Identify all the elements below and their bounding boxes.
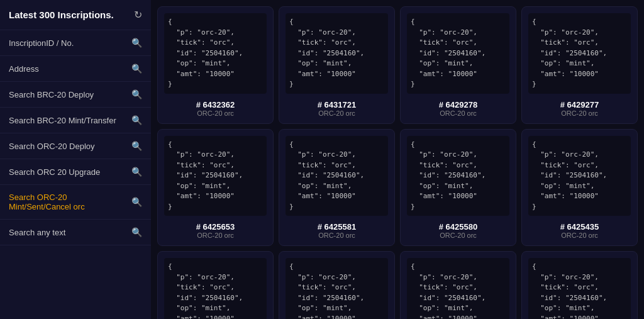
card[interactable]: { "p": "orc-20", "tick": "orc", "id": "2… xyxy=(157,129,274,247)
card-inscription-id: # 6429278 xyxy=(407,100,509,109)
card[interactable]: { "p": "orc-20", "tick": "orc", "id": "2… xyxy=(400,6,516,124)
card-code: { "p": "orc-20", "tick": "orc", "id": "2… xyxy=(286,258,388,319)
search-icon: 🔍 xyxy=(131,64,142,74)
card[interactable]: { "p": "orc-20", "tick": "orc", "id": "2… xyxy=(157,6,274,124)
sidebar-item-label: Address xyxy=(9,64,39,74)
card-type: ORC-20 orc xyxy=(528,232,631,239)
card-type: ORC-20 orc xyxy=(286,232,388,239)
card-code: { "p": "orc-20", "tick": "orc", "id": "2… xyxy=(407,136,509,216)
sidebar-item-label: Search ORC-20 Deploy xyxy=(9,142,95,151)
card-type: ORC-20 orc xyxy=(528,109,631,117)
card-type: ORC-20 orc xyxy=(164,232,267,239)
sidebar-item-inscription-id[interactable]: InscriptionID / No.🔍 xyxy=(0,30,151,56)
sidebar-item-label: Search BRC-20 Mint/Transfer xyxy=(9,116,116,125)
sidebar: Latest 300 Inscriptions. ↻ InscriptionID… xyxy=(0,0,151,319)
card-footer: # 6425435ORC-20 orc xyxy=(528,220,631,239)
search-icon: 🔍 xyxy=(131,197,142,207)
card-footer: # 6425653ORC-20 orc xyxy=(164,220,267,239)
sidebar-item-label: Search BRC-20 Deploy xyxy=(9,90,94,99)
card[interactable]: { "p": "orc-20", "tick": "orc", "id": "2… xyxy=(279,129,395,247)
card-footer: # 6431721ORC-20 orc xyxy=(286,98,388,117)
card-code: { "p": "orc-20", "tick": "orc", "id": "2… xyxy=(528,13,631,94)
sidebar-item-orc20-deploy[interactable]: Search ORC-20 Deploy🔍 xyxy=(0,133,151,159)
search-icon: 🔍 xyxy=(131,89,142,99)
card-type: ORC-20 orc xyxy=(407,109,509,117)
card-inscription-id: # 6425435 xyxy=(528,222,631,232)
card[interactable]: { "p": "orc-20", "tick": "orc", "id": "2… xyxy=(279,6,395,124)
card-inscription-id: # 6425581 xyxy=(286,222,388,232)
card-footer: # 6425581ORC-20 orc xyxy=(286,220,388,239)
card-code: { "p": "orc-20", "tick": "orc", "id": "2… xyxy=(164,258,267,319)
card[interactable]: { "p": "orc-20", "tick": "orc", "id": "2… xyxy=(400,251,516,319)
card-inscription-id: # 6425580 xyxy=(407,222,509,232)
refresh-icon[interactable]: ↻ xyxy=(134,9,142,21)
sidebar-item-orc20-upgrade[interactable]: Search ORC 20 Upgrade🔍 xyxy=(0,159,151,185)
card-code: { "p": "orc-20", "tick": "orc", "id": "2… xyxy=(407,258,509,319)
card-code: { "p": "orc-20", "tick": "orc", "id": "2… xyxy=(286,136,388,216)
card-code: { "p": "orc-20", "tick": "orc", "id": "2… xyxy=(286,13,388,94)
sidebar-item-brc20-deploy[interactable]: Search BRC-20 Deploy🔍 xyxy=(0,82,151,108)
sidebar-item-label: Search ORC 20 Upgrade xyxy=(9,167,100,177)
card-code: { "p": "orc-20", "tick": "orc", "id": "2… xyxy=(164,13,267,94)
card-footer: # 6432362ORC-20 orc xyxy=(164,98,267,117)
card[interactable]: { "p": "orc-20", "tick": "orc", "id": "2… xyxy=(279,251,395,319)
sidebar-title: Latest 300 Inscriptions. xyxy=(9,9,114,20)
sidebar-item-label: Search any text xyxy=(9,228,65,237)
sidebar-item-address[interactable]: Address🔍 xyxy=(0,56,151,82)
search-icon: 🔍 xyxy=(131,115,142,125)
card[interactable]: { "p": "orc-20", "tick": "orc", "id": "2… xyxy=(521,6,638,124)
card-inscription-id: # 6429277 xyxy=(528,100,631,109)
card-footer: # 6425580ORC-20 orc xyxy=(407,220,509,239)
card-footer: # 6429278ORC-20 orc xyxy=(407,98,509,117)
search-icon: 🔍 xyxy=(131,38,142,48)
card-inscription-id: # 6425653 xyxy=(164,222,267,232)
search-icon: 🔍 xyxy=(131,227,142,237)
search-icon: 🔍 xyxy=(131,167,142,177)
card-code: { "p": "orc-20", "tick": "orc", "id": "2… xyxy=(407,13,509,94)
card[interactable]: { "p": "orc-20", "tick": "orc", "id": "2… xyxy=(521,251,638,319)
sidebar-item-search-any[interactable]: Search any text🔍 xyxy=(0,220,151,245)
card-type: ORC-20 orc xyxy=(164,109,267,117)
sidebar-item-label: InscriptionID / No. xyxy=(9,38,74,48)
card-type: ORC-20 orc xyxy=(407,232,509,239)
search-icon: 🔍 xyxy=(131,141,142,151)
card-inscription-id: # 6431721 xyxy=(286,100,388,109)
card-code: { "p": "orc-20", "tick": "orc", "id": "2… xyxy=(528,258,631,319)
card-code: { "p": "orc-20", "tick": "orc", "id": "2… xyxy=(164,136,267,216)
sidebar-item-orc20-mint-sent-cancel[interactable]: Search ORC-20 Mint/Sent/Cancel orc🔍 xyxy=(0,185,151,220)
sidebar-item-brc20-mint-transfer[interactable]: Search BRC-20 Mint/Transfer🔍 xyxy=(0,108,151,133)
card[interactable]: { "p": "orc-20", "tick": "orc", "id": "2… xyxy=(521,129,638,247)
card-inscription-id: # 6432362 xyxy=(164,100,267,109)
card-footer: # 6429277ORC-20 orc xyxy=(528,98,631,117)
sidebar-item-label: Search ORC-20 Mint/Sent/Cancel orc xyxy=(9,193,131,211)
sidebar-header: Latest 300 Inscriptions. ↻ xyxy=(0,0,151,30)
card-type: ORC-20 orc xyxy=(286,109,388,117)
main-grid: { "p": "orc-20", "tick": "orc", "id": "2… xyxy=(151,0,644,319)
card-code: { "p": "orc-20", "tick": "orc", "id": "2… xyxy=(528,136,631,216)
card[interactable]: { "p": "orc-20", "tick": "orc", "id": "2… xyxy=(400,129,516,247)
card[interactable]: { "p": "orc-20", "tick": "orc", "id": "2… xyxy=(157,251,274,319)
